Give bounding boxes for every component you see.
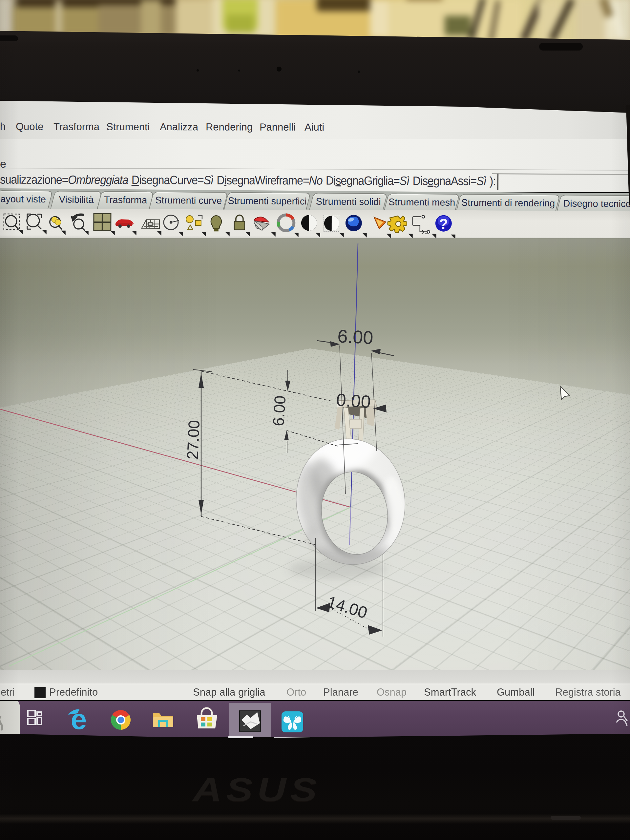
svg-text:6.00: 6.00 (269, 395, 289, 427)
svg-text:0.00: 0.00 (336, 390, 371, 412)
svg-text:e: e (71, 703, 87, 735)
svg-text:14.00: 14.00 (325, 592, 369, 622)
svg-text:6.00: 6.00 (337, 325, 374, 348)
svg-text:27.00: 27.00 (184, 420, 203, 460)
